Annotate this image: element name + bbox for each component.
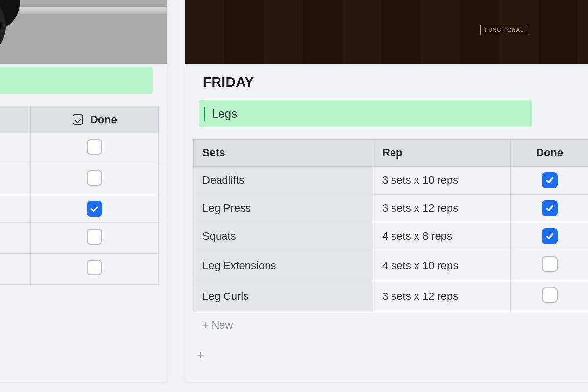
sets-cell: Leg Curls bbox=[194, 281, 373, 312]
done-cell bbox=[511, 281, 588, 312]
rep-cell: x 12 reps bbox=[0, 254, 31, 285]
done-cell bbox=[31, 254, 159, 285]
exercise-table-left: p Done x 8 repsx 10 repsx 12 repsx 10 re… bbox=[0, 106, 159, 285]
add-block-button[interactable]: + bbox=[185, 339, 216, 363]
col-header-rep: p bbox=[0, 106, 31, 133]
col-header-rep: Rep bbox=[373, 140, 511, 167]
done-checkbox[interactable] bbox=[87, 260, 102, 275]
done-checkbox[interactable] bbox=[542, 228, 558, 244]
workout-card-friday: FRIDAY Legs Sets Rep Done Deadlifts3 set… bbox=[185, 0, 588, 382]
col-header-sets: Sets bbox=[194, 140, 373, 167]
rep-cell: x 8 reps bbox=[0, 133, 31, 164]
sets-cell: Deadlifts bbox=[194, 167, 373, 195]
done-checkbox[interactable] bbox=[542, 287, 558, 303]
done-cell bbox=[31, 133, 159, 164]
table-row: Squats4 sets x 8 reps bbox=[194, 222, 588, 250]
rep-cell: 3 sets x 12 reps bbox=[373, 195, 511, 222]
done-cell bbox=[511, 250, 588, 281]
sets-cell: Squats bbox=[194, 222, 373, 250]
col-header-done-label: Done bbox=[90, 113, 117, 125]
rep-cell: 4 sets x 10 reps bbox=[373, 250, 511, 281]
done-cell bbox=[31, 164, 159, 195]
done-checkbox[interactable] bbox=[87, 170, 102, 186]
rep-cell: 3 sets x 10 reps bbox=[373, 167, 511, 195]
workout-tag-pill[interactable] bbox=[0, 67, 153, 94]
sets-cell: Leg Extensions bbox=[194, 250, 373, 281]
sets-cell: Leg Press bbox=[194, 195, 373, 222]
done-checkbox[interactable] bbox=[87, 139, 102, 155]
table-row: x 8 reps bbox=[0, 133, 159, 164]
table-row: x 12 reps bbox=[0, 195, 159, 223]
rep-cell: x 12 reps bbox=[0, 195, 31, 223]
table-row: Leg Curls3 sets x 12 reps bbox=[194, 281, 588, 312]
card-cover-image bbox=[185, 0, 588, 64]
rep-cell: x 10 reps bbox=[0, 164, 31, 195]
table-row: x 10 reps bbox=[0, 164, 159, 195]
workout-tag-pill[interactable]: Legs bbox=[199, 100, 532, 127]
table-row: Deadlifts3 sets x 10 reps bbox=[194, 167, 588, 195]
add-new-row[interactable]: + New bbox=[194, 312, 588, 339]
done-checkbox[interactable] bbox=[542, 172, 558, 188]
table-row: Leg Extensions4 sets x 10 reps bbox=[194, 250, 588, 281]
table-row: x 10 reps bbox=[0, 223, 159, 254]
done-cell bbox=[31, 223, 159, 254]
table-row: x 12 reps bbox=[0, 254, 159, 285]
exercise-table: Sets Rep Done Deadlifts3 sets x 10 repsL… bbox=[193, 139, 588, 339]
done-checkbox[interactable] bbox=[87, 201, 102, 217]
card-cover-image bbox=[0, 0, 167, 64]
done-checkbox[interactable] bbox=[542, 200, 558, 216]
workout-card-previous: p Done x 8 repsx 10 repsx 12 repsx 10 re… bbox=[0, 0, 167, 382]
workout-tag-label: Legs bbox=[212, 107, 237, 121]
done-checkbox[interactable] bbox=[542, 256, 558, 272]
checkbox-header-icon bbox=[73, 114, 83, 125]
done-cell bbox=[511, 222, 588, 250]
done-cell bbox=[511, 195, 588, 222]
day-title: FRIDAY bbox=[185, 64, 588, 97]
col-header-done: Done bbox=[511, 140, 588, 167]
table-row: Leg Press3 sets x 12 reps bbox=[194, 195, 588, 222]
done-cell bbox=[511, 167, 588, 195]
col-header-done: Done bbox=[31, 106, 159, 133]
rep-cell: x 10 reps bbox=[0, 223, 31, 254]
rep-cell: 3 sets x 12 reps bbox=[373, 281, 511, 312]
rep-cell: 4 sets x 8 reps bbox=[373, 222, 511, 250]
done-checkbox[interactable] bbox=[87, 229, 102, 245]
done-cell bbox=[31, 195, 159, 223]
